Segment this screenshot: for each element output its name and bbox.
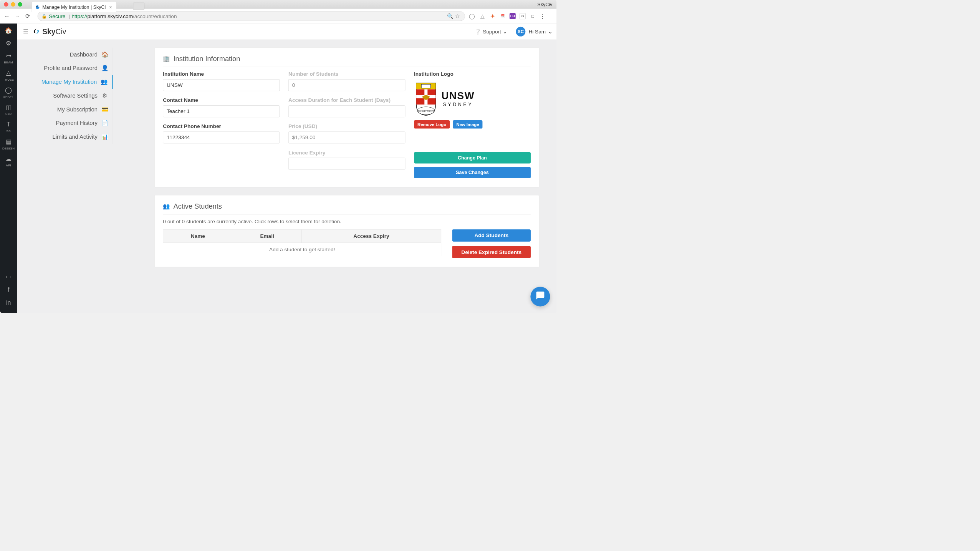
gear-icon: ⚙ [101,92,108,99]
user-menu[interactable]: Hi Sam ⌄ [528,28,552,35]
bookmark-star-icon[interactable]: ☆ [454,13,461,19]
save-changes-button[interactable]: Save Changes [414,167,531,179]
rail-api[interactable]: ☁API [0,155,17,167]
cube-icon: ◫ [6,104,12,111]
rail-s3d[interactable]: ◫S3D [0,104,17,116]
price-input [288,132,405,144]
address-bar[interactable]: 🔒 Secure | https://platform.skyciv.com/a… [38,11,465,21]
rail-sb[interactable]: TSB [0,121,17,133]
change-plan-button[interactable]: Change Plan [414,152,531,164]
tab-favicon-icon [35,5,40,10]
remove-logo-button[interactable]: Remove Logo [414,120,450,129]
rail-settings[interactable]: ⚙ [0,40,17,47]
sidemenu-profile[interactable]: Profile and Password👤 [28,61,113,75]
browser-menu-icon[interactable]: ⋮ [540,13,545,20]
rail-design[interactable]: ▤DESIGN [0,138,17,150]
users-icon: 👥 [163,203,170,210]
contact-name-input[interactable] [163,105,280,117]
price-label: Price (USD) [288,123,405,129]
add-students-button[interactable]: Add Students [452,229,530,242]
crest-icon: MANU ET MENTE [414,81,438,116]
sidemenu-institution[interactable]: Manage My Institution👥 [28,75,113,89]
youtube-icon[interactable]: ▭ [6,273,12,280]
th-expiry: Access Expiry [301,229,441,243]
ext-drive-icon[interactable]: △ [479,13,485,19]
institution-logo-label: Institution Logo [414,71,531,77]
sidemenu-subscription[interactable]: My Subscription💳 [28,103,113,116]
chart-icon: 📊 [101,134,108,141]
ext-note-icon[interactable]: ▢ [530,13,536,19]
tab-title: Manage My Institution | SkyCi [42,4,106,10]
rail-truss[interactable]: △TRUSS [0,69,17,81]
svg-text:MANU ET MENTE: MANU ET MENTE [418,110,434,112]
avatar[interactable]: SC [516,27,525,37]
svg-rect-1 [421,84,430,88]
panel-title: Active Students [174,202,222,211]
hamburger-menu-icon[interactable]: ☰ [22,27,30,36]
nav-forward-button[interactable]: → [14,13,21,20]
logo-mark-icon [32,27,41,36]
chevron-down-icon: ⌄ [548,28,552,35]
window-minimize-icon[interactable] [11,2,15,7]
panel-title: Institution Information [174,55,240,63]
browser-tab[interactable]: Manage My Institution | SkyCi × [31,2,116,12]
th-name: Name [163,229,233,243]
window-maximize-icon[interactable] [18,2,22,7]
contact-name-label: Contact Name [163,97,280,103]
delete-students-button[interactable]: Delete Expired Students [452,246,530,258]
facebook-icon[interactable]: f [8,286,9,293]
nav-back-button[interactable]: ← [3,13,10,20]
zoom-search-icon[interactable]: 🔍 [447,13,454,19]
ext-circle-icon[interactable]: ◯ [468,13,475,19]
linkedin-icon[interactable]: in [6,299,11,306]
ext-lh-icon[interactable]: LH [510,13,516,19]
num-students-label: Number of Students [288,71,405,77]
truss-icon: △ [6,69,11,76]
chat-icon [535,291,545,303]
sidemenu-limits[interactable]: Limits and Activity📊 [28,130,113,144]
mac-titlebar: Manage My Institution | SkyCi × SkyCiv [0,0,557,9]
secure-label: Secure [49,13,65,19]
account-side-menu: Dashboard🏠 Profile and Password👤 Manage … [28,48,113,305]
institution-name-label: Institution Name [163,71,280,77]
new-image-button[interactable]: New Image [453,120,483,129]
doc-icon: 📄 [101,120,108,127]
rail-beam[interactable]: ⊶BEAM [0,52,17,64]
table-row[interactable]: Add a student to get started! [163,243,441,256]
institution-name-input[interactable] [163,79,280,91]
ext-postman-icon[interactable]: ✦ [490,13,496,19]
students-table: Name Email Access Expiry Add a student t… [163,229,441,256]
rail-home[interactable]: 🏠 [0,27,17,34]
sidemenu-dashboard[interactable]: Dashboard🏠 [28,48,113,61]
sidemenu-software-settings[interactable]: Software Settings⚙ [28,89,113,103]
empty-row-text: Add a student to get started! [163,243,441,256]
window-close-icon[interactable] [4,2,8,7]
support-link[interactable]: ❔ Support ⌄ [475,28,507,35]
building-icon: 🏢 [163,55,170,62]
help-icon: ❔ [475,28,481,35]
app-logo[interactable]: SkyCiv [32,27,66,36]
students-note: 0 out of 0 students are currently active… [163,219,531,225]
text-icon: T [7,121,10,128]
ext-calendar-icon[interactable]: 📅 [500,13,506,19]
chevron-down-icon: ⌄ [503,28,507,35]
left-rail: 🏠 ⚙ ⊶BEAM △TRUSS ◯SHAFT ◫S3D TSB ▤DESIGN… [0,23,17,313]
students-panel: 👥 Active Students 0 out of 0 students ar… [154,195,539,267]
num-students-input [288,79,405,91]
phone-input[interactable] [163,132,280,144]
phone-label: Contact Phone Number [163,123,280,129]
logo-sydney-text: SYDNEY [443,102,473,108]
home-icon: 🏠 [101,51,108,58]
url-path: /account/education [133,13,177,19]
cloud-icon: ☁ [5,155,12,163]
tab-close-icon[interactable]: × [109,4,112,10]
chat-bubble-button[interactable] [530,287,550,306]
sidemenu-payment-history[interactable]: Payment History📄 [28,116,113,130]
nav-reload-button[interactable]: ⟳ [25,13,31,20]
rail-shaft[interactable]: ◯SHAFT [0,86,17,98]
beam-icon: ⊶ [5,52,12,59]
new-tab-button[interactable] [133,3,144,10]
institution-logo-preview: MANU ET MENTE UNSW SYDNEY [414,80,508,117]
access-duration-input [288,105,405,117]
ext-g-icon[interactable]: G [520,13,526,19]
